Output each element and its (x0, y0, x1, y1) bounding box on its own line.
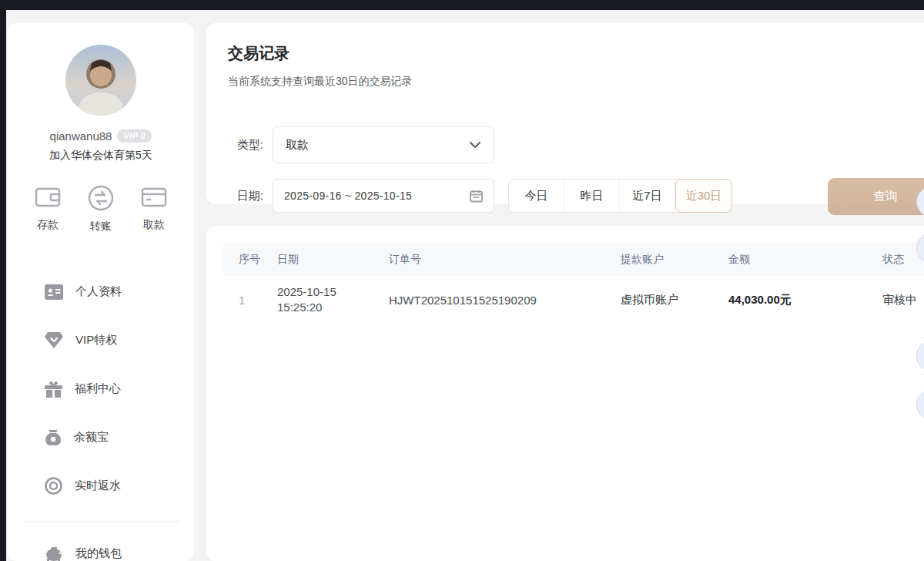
cell-account: 虚拟币账户 (621, 276, 678, 324)
sidebar-item-label: 个人资料 (75, 284, 122, 299)
transfer-icon (87, 184, 115, 212)
quick-range-group: 今日 昨日 近7日 近30日 (508, 179, 732, 213)
sidebar-item-label: VIP特权 (75, 333, 117, 348)
th-date: 日期 (277, 243, 299, 276)
date-range-value: 2025-09-16 ~ 2025-10-15 (284, 190, 412, 202)
sidebar-item-yuebao[interactable]: 余额宝 (45, 413, 194, 462)
range-today-button[interactable]: 今日 (509, 180, 564, 212)
money-pouch-icon (45, 429, 62, 446)
piggy-bank-icon (45, 546, 63, 561)
sidebar-menu: 个人资料 VIP特权 福利中心 余额宝 (8, 267, 194, 561)
cell-amount: 44,030.00元 (728, 276, 792, 324)
chevron-down-icon (469, 141, 481, 149)
th-amount: 金额 (728, 243, 750, 276)
th-account: 提款账户 (621, 243, 664, 276)
sidebar-item-label: 福利中心 (75, 381, 121, 396)
sidebar-item-label: 我的钱包 (75, 546, 122, 561)
th-order-no: 订单号 (389, 243, 421, 276)
quick-action-label: 取款 (143, 218, 165, 232)
id-card-icon (45, 284, 63, 300)
th-index: 序号 (239, 243, 260, 276)
bank-card-icon (140, 184, 168, 210)
date-filter-row: 日期: 2025-09-16 ~ 2025-10-15 今日 昨日 近7日 近3… (219, 179, 732, 213)
person-portrait-icon (65, 45, 136, 116)
date-label: 日期: (219, 189, 263, 203)
window-top-edge (0, 0, 924, 10)
gift-icon (45, 381, 62, 398)
search-button[interactable]: 查询 (828, 178, 924, 215)
sidebar-item-welfare[interactable]: 福利中心 (45, 364, 194, 413)
quick-actions: 存款 转账 取款 (8, 184, 194, 233)
sidebar-item-label: 实时返水 (75, 479, 121, 493)
window-left-edge (0, 0, 6, 561)
page-subtitle: 当前系统支持查询最近30日的交易记录 (228, 75, 924, 89)
username: qianwanu88 (50, 129, 112, 143)
range-7days-button[interactable]: 近7日 (620, 180, 675, 212)
sidebar-item-rebate[interactable]: 实时返水 (45, 462, 194, 510)
cell-date: 2025-10-15 15:25:20 (277, 276, 336, 324)
menu-divider (23, 521, 179, 522)
gem-icon (45, 332, 63, 348)
transaction-filter-card: 交易记录 当前系统支持查询最近30日的交易记录 类型: 取款 日期: 2025-… (206, 23, 924, 204)
transaction-table-card: 序号 日期 订单号 提款账户 金额 状态 1 2025-10-15 15:25:… (206, 226, 924, 561)
range-yesterday-button[interactable]: 昨日 (564, 180, 620, 212)
sidebar-item-label: 余额宝 (74, 430, 109, 445)
sidebar-item-wallet[interactable]: 我的钱包 (45, 529, 194, 561)
calendar-icon (470, 190, 483, 203)
table-row: 1 2025-10-15 15:25:20 HJWT20251015152519… (223, 276, 924, 324)
withdraw-button[interactable]: 取款 (140, 184, 168, 233)
cell-date-time: 15:25:20 (277, 300, 322, 315)
table-header-row: 序号 日期 订单号 提款账户 金额 状态 (223, 243, 924, 276)
type-select-value: 取款 (286, 138, 309, 153)
deposit-button[interactable]: 存款 (34, 184, 62, 233)
th-status: 状态 (882, 243, 904, 276)
sidebar-item-vip[interactable]: VIP特权 (45, 316, 194, 364)
type-label: 类型: (219, 138, 263, 153)
cell-index: 1 (239, 276, 245, 324)
sidebar: qianwanu88 VIP 0 加入华体会体育第5天 存款 转账 取款 (8, 23, 194, 561)
type-filter-row: 类型: 取款 (219, 126, 494, 163)
range-30days-button[interactable]: 近30日 (675, 179, 732, 213)
page-title: 交易记录 (228, 43, 924, 64)
coin-icon (45, 477, 62, 495)
vip-badge: VIP 0 (117, 129, 152, 143)
cell-order-no: HJWT202510151525190209 (389, 276, 537, 324)
date-range-input[interactable]: 2025-09-16 ~ 2025-10-15 (273, 179, 494, 213)
type-select[interactable]: 取款 (273, 126, 494, 163)
quick-action-label: 转账 (90, 220, 112, 233)
sidebar-item-profile[interactable]: 个人资料 (45, 267, 194, 316)
cell-date-day: 2025-10-15 (277, 284, 336, 300)
transfer-button[interactable]: 转账 (87, 184, 115, 233)
user-row: qianwanu88 VIP 0 (8, 129, 194, 143)
avatar[interactable] (65, 45, 136, 116)
join-days-text: 加入华体会体育第5天 (8, 149, 194, 163)
wallet-icon (34, 184, 62, 210)
quick-action-label: 存款 (37, 218, 59, 232)
cell-status: 审核中 (882, 276, 917, 324)
